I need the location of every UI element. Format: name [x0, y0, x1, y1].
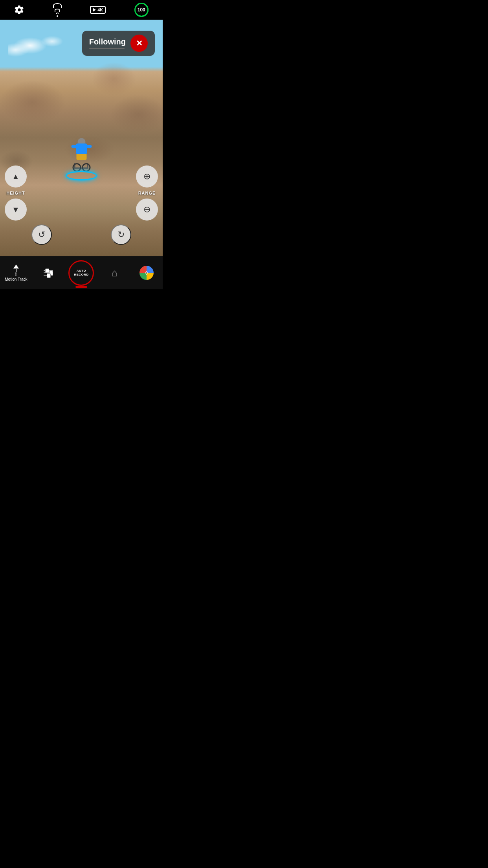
- following-text: Following: [89, 37, 126, 49]
- range-controls: ⊕ RANGE ⊖: [136, 166, 158, 221]
- arrow-up-icon: ▲: [12, 172, 20, 181]
- mt-line-1: [16, 269, 17, 272]
- following-progress-bar: [89, 48, 125, 49]
- rotate-left-button[interactable]: ↺: [31, 224, 52, 245]
- auto-record-button[interactable]: AUTO RECORD: [68, 260, 94, 286]
- motion-track-label: Motion Track: [5, 277, 27, 281]
- rotate-left-icon: ↺: [38, 230, 45, 240]
- bike: [72, 160, 91, 172]
- plus-circle-icon: ⊕: [143, 171, 150, 182]
- arms: [71, 145, 92, 148]
- sky-clouds: [8, 24, 81, 67]
- mt-arrow-icon: [13, 265, 19, 268]
- wifi-icon[interactable]: [53, 3, 62, 17]
- range-increase-button[interactable]: ⊕: [136, 166, 158, 188]
- app-root: 4K 100: [0, 0, 163, 289]
- range-label: RANGE: [138, 191, 156, 195]
- height-controls: ▲ HEIGHT ▼: [5, 166, 27, 221]
- tracking-ring: [66, 171, 97, 180]
- mt-dots: [15, 272, 17, 276]
- nav-home[interactable]: ⌂: [103, 267, 126, 279]
- arm-right: [86, 145, 92, 148]
- close-icon: ✕: [136, 39, 143, 48]
- height-down-button[interactable]: ▼: [5, 199, 27, 221]
- wheel-back: [72, 163, 81, 172]
- following-badge: Following ✕: [82, 31, 155, 56]
- top-bar: 4K 100: [0, 0, 163, 20]
- resolution-icon[interactable]: 4K: [90, 6, 106, 14]
- minus-circle-icon: ⊖: [143, 204, 150, 215]
- height-label: HEIGHT: [6, 191, 25, 195]
- auto-record-label1: AUTO: [77, 269, 86, 273]
- arrow-down-icon: ▼: [12, 205, 20, 214]
- rotate-right-controls: ↻: [111, 224, 131, 245]
- nav-settings[interactable]: [37, 270, 60, 276]
- slider-3: [44, 275, 53, 276]
- tracked-subject: [71, 138, 92, 173]
- motion-track-icon: [13, 265, 19, 276]
- resolution-label: 4K: [97, 7, 103, 12]
- biker-figure: [71, 138, 92, 173]
- battery-icon: 100: [134, 3, 149, 17]
- nav-map[interactable]: [135, 266, 158, 280]
- camera-background: Following ✕ ▲ HEIGHT ▼ ⊕: [0, 20, 163, 256]
- home-icon: ⌂: [111, 267, 117, 279]
- arm-left: [71, 145, 77, 148]
- camera-view: Following ✕ ▲ HEIGHT ▼ ⊕: [0, 20, 163, 256]
- following-label: Following: [89, 37, 126, 46]
- height-up-button[interactable]: ▲: [5, 166, 27, 188]
- nav-auto-record[interactable]: AUTO RECORD: [68, 260, 94, 286]
- mt-dot-2: [15, 274, 17, 276]
- rotate-right-icon: ↻: [117, 230, 125, 240]
- settings-icon[interactable]: [14, 5, 24, 15]
- following-close-button[interactable]: ✕: [130, 35, 148, 52]
- rotate-controls: ↺: [31, 224, 52, 245]
- wheel-front: [82, 163, 90, 172]
- rotate-right-button[interactable]: ↻: [111, 224, 131, 245]
- auto-record-label2: RECORD: [74, 273, 89, 277]
- bottom-nav: Motion Track AUTO RECORD ⌂: [0, 256, 163, 289]
- battery-percent: 100: [138, 7, 145, 13]
- helmet: [77, 138, 85, 143]
- shirt: [76, 143, 87, 154]
- map-icon: [139, 266, 154, 280]
- sliders-icon: [44, 270, 53, 276]
- nav-motion-track[interactable]: Motion Track: [4, 265, 28, 281]
- mt-dot-1: [15, 272, 17, 274]
- range-decrease-button[interactable]: ⊖: [136, 199, 158, 221]
- shorts: [76, 154, 86, 160]
